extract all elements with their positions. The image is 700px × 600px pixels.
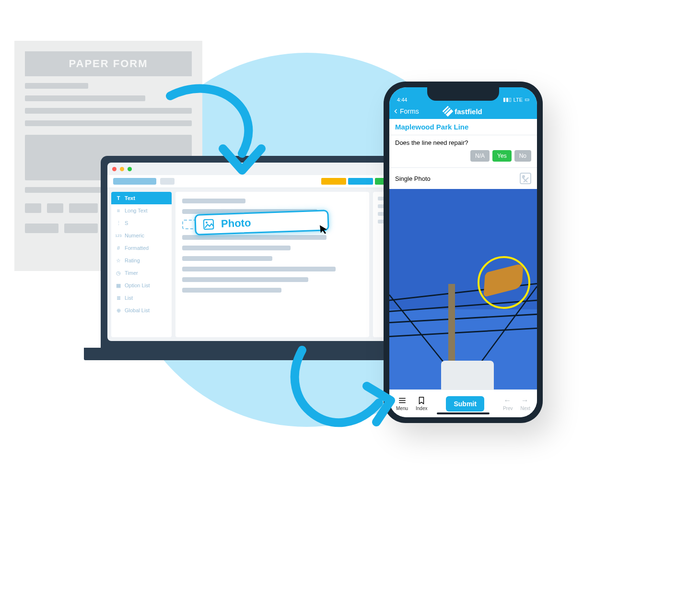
sidebar-item-global[interactable]: ⊕ Global List (111, 304, 172, 317)
text-icon: T (115, 195, 122, 201)
svg-point-1 (206, 222, 208, 224)
formatted-icon: # (115, 245, 122, 251)
photo-icon (203, 218, 215, 230)
captured-photo[interactable] (389, 189, 537, 389)
global-icon: ⊕ (115, 307, 122, 314)
form-question: Does the line need repair? N/A Yes No (389, 135, 537, 168)
sidebar-item-text[interactable]: T Text (111, 192, 172, 204)
status-network: LTE (513, 97, 523, 103)
arrow-left-icon: ← (503, 396, 512, 405)
maximize-icon[interactable] (128, 167, 132, 171)
status-chip (321, 178, 346, 185)
status-time: 4:44 (397, 97, 407, 103)
form-canvas[interactable]: Photo (175, 192, 369, 337)
sidebar-item-numeric[interactable]: 123 Numeric (111, 229, 172, 242)
sidebar-item-timer[interactable]: ◷ Timer (111, 267, 172, 279)
bucket-truck (441, 361, 494, 389)
svg-line-5 (389, 328, 537, 336)
sidebar-item-label: Timer (125, 270, 138, 276)
next-button[interactable]: → Next (520, 396, 530, 411)
field-type-sidebar: T Text ≡ Long Text ⋮ S 123 Numeric (111, 192, 172, 337)
arrow-laptop-to-phone-icon (283, 345, 408, 451)
cursor-icon (318, 223, 330, 237)
chevron-left-icon (393, 108, 399, 114)
longtext-icon: ≡ (115, 207, 122, 214)
index-button[interactable]: Index (416, 396, 427, 411)
drag-chip-label: Photo (221, 217, 251, 230)
sidebar-item-label: Formatted (125, 245, 149, 251)
sidebar-item-label: List (125, 295, 133, 301)
question-text: Does the line need repair? (395, 139, 531, 146)
arrow-right-icon: → (521, 396, 530, 405)
annotation-circle (478, 256, 530, 309)
close-icon[interactable] (112, 167, 117, 171)
drag-chip-photo[interactable]: Photo (194, 210, 329, 235)
app-header: Forms fastfield (389, 104, 537, 119)
timer-icon: ◷ (115, 270, 122, 276)
sidebar-item-longtext[interactable]: ≡ Long Text (111, 204, 172, 217)
photo-placeholder-icon (520, 173, 531, 184)
brand: fastfield (444, 107, 482, 116)
sidebar-item-short[interactable]: ⋮ S (111, 217, 172, 229)
battery-icon: ▭ (525, 96, 529, 103)
sidebar-item-list[interactable]: ≣ List (111, 292, 172, 304)
rating-icon: ☆ (115, 257, 122, 264)
signal-icon: ▮▮▯ (503, 96, 512, 103)
sidebar-item-label: Rating (125, 258, 140, 263)
tab[interactable] (113, 178, 156, 185)
sidebar-item-label: Text (125, 195, 135, 201)
answer-na-button[interactable]: N/A (470, 150, 490, 162)
option-icon: ▦ (115, 282, 122, 289)
sidebar-item-label: Global List (125, 307, 150, 313)
minimize-icon[interactable] (120, 167, 124, 171)
sidebar-item-option[interactable]: ▦ Option List (111, 279, 172, 292)
answer-yes-button[interactable]: Yes (492, 150, 512, 162)
sidebar-item-label: Option List (125, 282, 150, 288)
prev-button[interactable]: ← Prev (503, 396, 513, 411)
back-button[interactable]: Forms (393, 107, 419, 115)
sidebar-item-label: S (125, 220, 128, 226)
photo-field-label: Single Photo (395, 175, 431, 182)
sidebar-item-rating[interactable]: ☆ Rating (111, 254, 172, 267)
sidebar-item-label: Long Text (125, 208, 148, 213)
numeric-icon: 123 (115, 232, 122, 239)
photo-field-row[interactable]: Single Photo (389, 168, 537, 189)
submit-button[interactable]: Submit (446, 396, 484, 412)
bookmark-icon (417, 396, 426, 405)
back-label: Forms (400, 107, 419, 115)
answer-no-button[interactable]: No (514, 150, 531, 162)
status-chip (348, 178, 373, 185)
notch (427, 87, 499, 101)
brand-name: fastfield (455, 107, 482, 116)
list-icon: ≣ (115, 294, 122, 301)
sidebar-item-label: Numeric (125, 233, 144, 238)
sidebar-item-formatted[interactable]: # Formatted (111, 242, 172, 254)
arrow-paper-to-laptop-icon (165, 82, 290, 187)
short-icon: ⋮ (115, 220, 122, 226)
home-indicator[interactable] (437, 412, 490, 414)
form-title: Maplewood Park Line (389, 119, 537, 135)
paper-form-title: PAPER FORM (25, 51, 192, 76)
brand-logo-icon (443, 106, 454, 117)
